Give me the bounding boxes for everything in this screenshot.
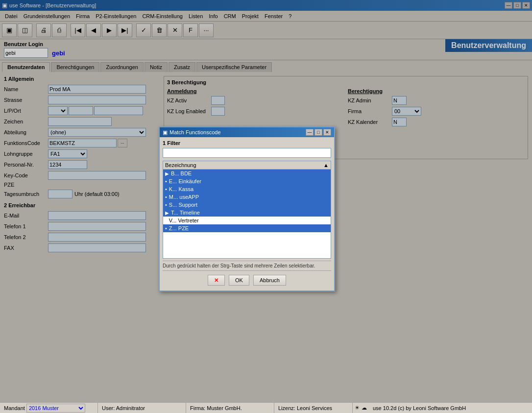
modal-body: 1 Filter Bezeichnung ▲ ▶ B... BDE • E...… — [160, 137, 334, 291]
dot-icon: • — [165, 178, 167, 184]
dot-icon: • — [165, 202, 167, 208]
status-user: User: Adminitrator — [98, 403, 186, 413]
list-item-label: PZE — [178, 225, 189, 231]
list-item[interactable]: • K... Kassa — [163, 185, 331, 193]
list-item[interactable]: ▶ T... Timeline — [163, 209, 331, 217]
list-item-label: Einkäufer — [178, 178, 201, 184]
modal-hint: Durch gedrückt halten der Strg-Taste sin… — [163, 261, 331, 271]
arrow-icon: ▶ — [165, 171, 169, 176]
list-item-label: Support — [178, 202, 197, 208]
list-header-label: Bezeichnung — [165, 162, 196, 168]
modal-title-left: ▣ Match Functionscode — [163, 129, 221, 136]
status-lizenz: Lizenz: Leoni Services — [274, 403, 353, 413]
modal-delete-button[interactable]: ✕ — [208, 275, 225, 286]
list-item-prefix: K... — [169, 186, 177, 192]
list-item-prefix: B... — [171, 170, 179, 176]
list-item-prefix: Z... — [169, 225, 177, 231]
modal-ok-button[interactable]: OK — [229, 275, 249, 286]
list-item-prefix: E... — [169, 178, 177, 184]
list-item-label: BDE — [181, 170, 192, 176]
mandant-label: Mandant — [4, 405, 25, 411]
mandant-select[interactable]: 2016 Muster — [26, 404, 85, 413]
list-item[interactable]: • V... Vertreter — [163, 217, 331, 224]
status-version: use 10.2d (c) by Leoni Software GmbH — [369, 405, 470, 411]
list-header: Bezeichnung ▲ — [163, 161, 331, 170]
modal-maximize-button[interactable]: □ — [314, 129, 322, 136]
list-sort-icon: ▲ — [323, 162, 329, 168]
modal-icon: ▣ — [163, 129, 168, 136]
status-firma: Firma: Muster GmbH. — [186, 403, 274, 413]
cloud-icon: ☁ — [362, 405, 367, 411]
dot-icon: • — [165, 186, 167, 192]
list-item-prefix: M... — [169, 194, 178, 200]
modal-footer: ✕ OK Abbruch — [163, 273, 331, 288]
modal-controls: — □ ✕ — [306, 129, 331, 136]
sun-icon: ☀ — [355, 405, 360, 411]
modal-search-input[interactable] — [163, 148, 331, 158]
list-item-prefix: V... — [169, 218, 177, 223]
list-item[interactable]: • Z... PZE — [163, 224, 331, 232]
modal-list[interactable]: Bezeichnung ▲ ▶ B... BDE • E... Einkäufe… — [163, 161, 331, 259]
arrow-icon: ▶ — [165, 210, 169, 216]
list-item[interactable]: • M... useAPP — [163, 193, 331, 201]
status-mandant: Mandant 2016 Muster — [0, 403, 98, 413]
status-bar: Mandant 2016 Muster User: Adminitrator F… — [0, 402, 532, 413]
list-item[interactable]: • S... Support — [163, 201, 331, 209]
list-item-prefix: S... — [169, 202, 177, 208]
list-item-label: Timeline — [180, 210, 200, 216]
status-icons: ☀ ☁ — [353, 405, 369, 411]
modal-filter-label: 1 Filter — [163, 140, 331, 146]
list-item-label: useAPP — [179, 194, 199, 200]
list-item-label: Vertreter — [178, 218, 198, 223]
modal-title-bar: ▣ Match Functionscode — □ ✕ — [160, 127, 334, 137]
modal-minimize-button[interactable]: — — [306, 129, 314, 136]
list-item-prefix: T... — [171, 210, 178, 216]
dot-icon: • — [165, 194, 167, 200]
list-item[interactable]: • E... Einkäufer — [163, 177, 331, 185]
modal-title-text: Match Functionscode — [169, 129, 221, 135]
match-functionscode-modal: ▣ Match Functionscode — □ ✕ 1 Filter Bez… — [159, 126, 335, 292]
list-item[interactable]: ▶ B... BDE — [163, 170, 331, 177]
modal-close-button[interactable]: ✕ — [323, 129, 331, 136]
modal-cancel-button[interactable]: Abbruch — [253, 275, 286, 286]
list-item-label: Kassa — [178, 186, 193, 192]
dot-icon: • — [165, 225, 167, 231]
modal-overlay: ▣ Match Functionscode — □ ✕ 1 Filter Bez… — [0, 0, 532, 413]
